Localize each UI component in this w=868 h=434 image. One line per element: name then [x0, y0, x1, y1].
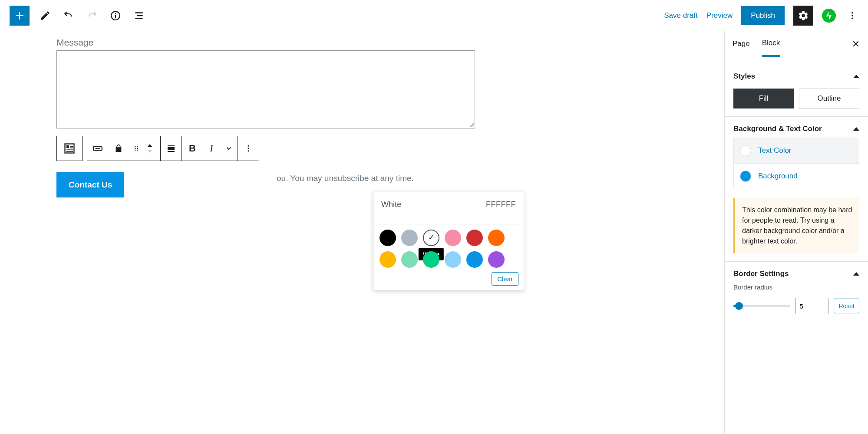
- color-swatch[interactable]: [445, 251, 461, 268]
- color-swatch[interactable]: [380, 230, 396, 246]
- style-outline-button[interactable]: Outline: [799, 89, 859, 108]
- radius-slider[interactable]: [733, 305, 790, 307]
- colors-panel-header[interactable]: Background & Text Color: [733, 125, 859, 133]
- align-icon: [166, 143, 176, 154]
- radius-input[interactable]: [795, 298, 828, 314]
- popover-header: White FFFFFF: [373, 191, 524, 224]
- color-swatch[interactable]: [488, 230, 505, 246]
- pencil-icon: [40, 10, 51, 21]
- editor-body: Message: [0, 31, 868, 434]
- color-swatch[interactable]: [466, 230, 483, 246]
- italic-icon: I: [210, 143, 213, 154]
- block-controls-group: B I: [87, 136, 259, 161]
- styles-panel-header[interactable]: Styles: [733, 72, 859, 81]
- text-color-label: Text Color: [758, 146, 792, 155]
- bold-button[interactable]: B: [182, 136, 203, 161]
- block-more-button[interactable]: [238, 136, 259, 161]
- settings-button[interactable]: [793, 6, 813, 26]
- color-swatch[interactable]: [423, 251, 439, 268]
- color-picker-popover: White FFFFFF White Clear: [373, 191, 524, 290]
- tab-block[interactable]: Block: [762, 31, 780, 57]
- svg-rect-7: [66, 145, 69, 148]
- svg-point-14: [135, 146, 136, 148]
- jetpack-button[interactable]: [822, 9, 836, 23]
- italic-button[interactable]: I: [203, 136, 220, 161]
- svg-rect-22: [168, 151, 175, 152]
- redo-button[interactable]: [84, 8, 100, 23]
- svg-rect-9: [70, 148, 73, 148]
- message-label: Message: [56, 37, 668, 48]
- more-menu-button[interactable]: [845, 8, 860, 23]
- block-type-button[interactable]: [57, 136, 82, 161]
- block-toolbar: B I: [56, 136, 668, 161]
- style-options: Fill Outline: [733, 89, 859, 108]
- plus-icon: [14, 10, 25, 21]
- color-swatch[interactable]: [445, 230, 461, 246]
- trailing-paragraph: ou. You may unsubscribe at any time.: [277, 174, 414, 183]
- color-swatch[interactable]: [380, 251, 396, 268]
- save-draft-button[interactable]: Save draft: [664, 11, 698, 20]
- color-swatch[interactable]: [488, 251, 505, 268]
- jetpack-icon: [824, 11, 834, 20]
- radius-reset-button[interactable]: Reset: [834, 299, 859, 313]
- sidebar-tabs: Page Block: [725, 31, 868, 56]
- transform-button[interactable]: [87, 136, 108, 161]
- toolbar-right: Save draft Preview Publish: [664, 6, 860, 26]
- toolbar-left: [10, 6, 147, 26]
- svg-point-19: [137, 150, 138, 151]
- close-sidebar-button[interactable]: [851, 39, 860, 48]
- undo-icon: [63, 10, 74, 21]
- style-fill-button[interactable]: Fill: [733, 89, 794, 108]
- close-icon: [851, 39, 860, 48]
- editor-canvas: Message: [0, 31, 724, 434]
- more-vertical-icon: [244, 144, 253, 153]
- svg-point-5: [851, 17, 853, 19]
- background-color-row[interactable]: Background: [733, 164, 859, 189]
- scroll-peek: [725, 56, 868, 64]
- info-button[interactable]: [108, 8, 123, 23]
- bold-icon: B: [189, 143, 196, 154]
- gear-icon: [798, 10, 809, 21]
- chevron-up-icon: [853, 272, 859, 276]
- color-swatch[interactable]: White: [423, 230, 439, 246]
- svg-point-18: [135, 150, 136, 151]
- undo-button[interactable]: [61, 8, 76, 23]
- publish-button[interactable]: Publish: [741, 6, 785, 25]
- svg-point-4: [851, 15, 853, 16]
- lock-button[interactable]: [108, 136, 129, 161]
- message-textarea[interactable]: [56, 50, 475, 128]
- color-swatch[interactable]: [401, 230, 418, 246]
- svg-rect-2: [115, 13, 116, 13]
- outline-button[interactable]: [131, 8, 147, 23]
- color-swatch[interactable]: [466, 251, 483, 268]
- svg-rect-1: [115, 14, 116, 18]
- align-button[interactable]: [161, 136, 182, 161]
- text-color-row[interactable]: Text Color: [733, 138, 859, 164]
- edit-button[interactable]: [37, 8, 53, 23]
- clear-color-button[interactable]: Clear: [492, 272, 518, 286]
- radius-controls: Reset: [733, 298, 859, 314]
- drag-handle-icon: [133, 145, 140, 152]
- color-swatches: White: [373, 224, 524, 269]
- color-swatch[interactable]: [401, 251, 418, 268]
- add-block-button[interactable]: [10, 6, 30, 26]
- text-color-indicator: [740, 145, 751, 156]
- chevron-down-icon: [225, 145, 233, 152]
- contact-us-button[interactable]: Contact Us: [56, 172, 124, 197]
- slider-thumb[interactable]: [735, 302, 743, 310]
- move-up-button[interactable]: [147, 144, 152, 147]
- svg-point-15: [137, 146, 138, 148]
- svg-rect-11: [66, 151, 73, 152]
- svg-point-24: [248, 148, 249, 149]
- tab-page[interactable]: Page: [733, 32, 750, 56]
- editor-top-toolbar: Save draft Preview Publish: [0, 0, 868, 31]
- drag-handle[interactable]: [129, 136, 144, 161]
- more-format-button[interactable]: [220, 136, 238, 161]
- more-vertical-icon: [848, 11, 857, 20]
- info-icon: [110, 10, 121, 21]
- border-panel-header[interactable]: Border Settings: [733, 270, 859, 278]
- selected-color-name: White: [381, 200, 401, 209]
- move-down-button[interactable]: [147, 150, 152, 153]
- svg-point-23: [248, 145, 249, 147]
- preview-button[interactable]: Preview: [706, 11, 733, 20]
